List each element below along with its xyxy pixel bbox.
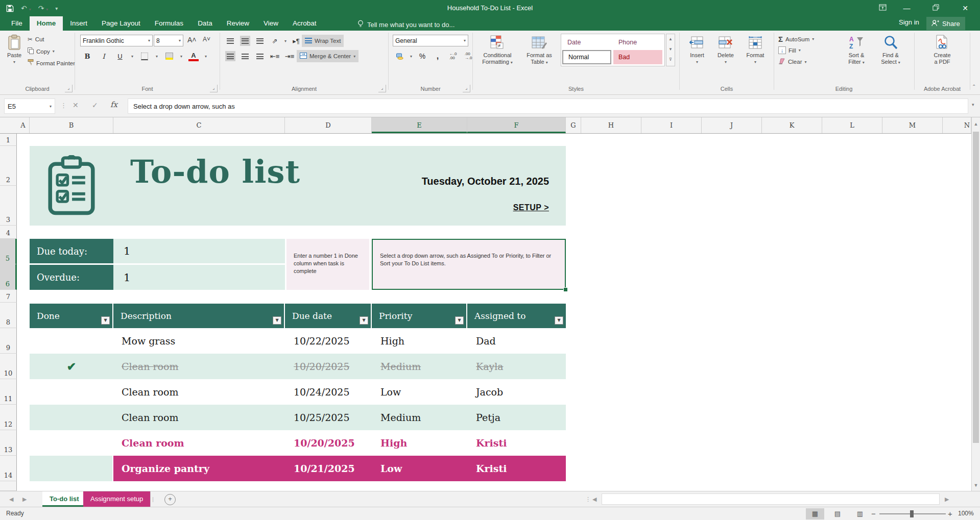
view-page-layout-button[interactable]: ▤ bbox=[828, 508, 847, 519]
italic-button[interactable]: I bbox=[99, 51, 109, 61]
row-header-14[interactable]: 14 bbox=[0, 456, 17, 481]
col-header-j[interactable]: J bbox=[702, 117, 762, 133]
cell-assigned[interactable]: Kristi bbox=[476, 456, 563, 481]
gallery-down-icon[interactable]: ▼ bbox=[666, 44, 675, 55]
restore-button[interactable] bbox=[921, 0, 950, 16]
zoom-in-icon[interactable]: + bbox=[948, 509, 952, 518]
table-header-priority[interactable]: Priority▼ bbox=[372, 304, 466, 328]
cell-priority[interactable]: High bbox=[380, 430, 462, 456]
cell-description[interactable]: Mow grass bbox=[122, 328, 275, 354]
col-header-b[interactable]: B bbox=[30, 117, 113, 133]
fill-color-button[interactable] bbox=[164, 51, 174, 61]
cell-description[interactable]: Organize pantry bbox=[122, 456, 275, 481]
row-header-4[interactable]: 4 bbox=[0, 226, 17, 239]
font-name-select[interactable]: Franklin Gothic▾ bbox=[80, 35, 153, 46]
col-header-k[interactable]: K bbox=[762, 117, 822, 133]
col-header-n[interactable]: N bbox=[943, 117, 971, 133]
cell-priority[interactable]: Medium bbox=[380, 405, 462, 430]
cell-due-date[interactable]: 10/25/2025 bbox=[294, 405, 370, 430]
cell-assigned[interactable]: Petja bbox=[476, 405, 563, 430]
copy-button[interactable]: Copy ▾ bbox=[28, 47, 55, 55]
cell-due-date[interactable]: 10/24/2025 bbox=[294, 379, 370, 405]
priority-filter-icon[interactable]: ▼ bbox=[455, 316, 464, 325]
formula-bar-expand-icon[interactable]: ▾ bbox=[972, 102, 974, 107]
cell-due-date[interactable]: 10/20/2025 bbox=[294, 430, 370, 456]
assigned-to-filter-icon[interactable]: ▼ bbox=[555, 316, 563, 325]
row-header-15-partial[interactable] bbox=[0, 481, 17, 491]
col-header-h[interactable]: H bbox=[581, 117, 641, 133]
align-middle-button[interactable] bbox=[240, 36, 250, 46]
due-date-filter-icon[interactable]: ▼ bbox=[360, 316, 368, 325]
collapse-ribbon-icon[interactable]: ⌃ bbox=[972, 84, 976, 89]
name-box-dropdown-icon[interactable]: ▾ bbox=[50, 104, 52, 109]
tab-review[interactable]: Review bbox=[220, 16, 256, 31]
table-header-assigned-to[interactable]: Assigned to▼ bbox=[467, 304, 566, 328]
cell-due-date[interactable]: 10/22/2025 bbox=[294, 328, 370, 354]
col-header-i[interactable]: I bbox=[641, 117, 702, 133]
clipboard-dialog-launcher-icon[interactable]: ⌟ bbox=[65, 85, 73, 92]
cell-assigned[interactable]: Jacob bbox=[476, 379, 563, 405]
create-pdf-button[interactable]: Create a PDF bbox=[926, 34, 959, 65]
align-right-button[interactable] bbox=[255, 51, 265, 61]
cell-done-check[interactable]: ✔ bbox=[30, 354, 113, 379]
close-button[interactable]: ✕ bbox=[950, 0, 980, 16]
number-format-select[interactable]: General▾ bbox=[393, 35, 468, 46]
row-header-6[interactable]: 6 bbox=[0, 264, 17, 290]
cell-description[interactable]: Clean room bbox=[122, 430, 275, 456]
tell-me-box[interactable]: Tell me what you want to do... bbox=[357, 18, 455, 31]
cut-button[interactable]: ✂Cut bbox=[28, 36, 44, 43]
view-page-break-button[interactable]: ▥ bbox=[851, 508, 869, 519]
orientation-button[interactable]: ⇗ bbox=[270, 36, 280, 46]
fill-button[interactable]: ↓ Fill ▾ bbox=[778, 46, 801, 54]
merge-center-dropdown-icon[interactable]: ▾ bbox=[353, 54, 355, 59]
row-header-7[interactable]: 7 bbox=[0, 290, 17, 303]
done-hint-cell[interactable]: Enter a number 1 in Done column when tas… bbox=[286, 239, 369, 290]
tab-scroll-splitter[interactable]: ⋮ bbox=[585, 491, 591, 507]
col-header-l[interactable]: L bbox=[822, 117, 882, 133]
cell-done[interactable] bbox=[30, 456, 112, 481]
wrap-text-button[interactable]: Wrap Text bbox=[302, 35, 344, 47]
percent-style-button[interactable]: % bbox=[417, 51, 427, 61]
styles-gallery-scroll[interactable]: ▲ ▼ ⊽ bbox=[666, 34, 675, 66]
row-header-13[interactable]: 13 bbox=[0, 430, 17, 456]
comma-style-button[interactable]: , bbox=[433, 51, 443, 61]
format-painter-button[interactable]: Format Painter bbox=[28, 59, 75, 67]
sheet-tab-assignment-setup[interactable]: Assignment setup bbox=[83, 491, 151, 507]
cell-description[interactable]: Clean room bbox=[122, 354, 275, 379]
sign-in-link[interactable]: Sign in bbox=[899, 18, 919, 26]
borders-dropdown-icon[interactable]: ▾ bbox=[156, 54, 158, 59]
sheet-nav-right-icon[interactable]: ▶ bbox=[22, 491, 27, 507]
setup-link[interactable]: SETUP > bbox=[337, 203, 549, 212]
insert-cells-button[interactable]: Insert ▾ bbox=[684, 34, 710, 65]
font-size-select[interactable]: 8▾ bbox=[154, 35, 183, 46]
paste-button[interactable]: Paste ▾ bbox=[3, 34, 26, 65]
table-header-description[interactable]: Description▼ bbox=[113, 304, 284, 328]
decrease-indent-button[interactable]: ⇤≡ bbox=[270, 51, 280, 61]
row-header-3[interactable]: 3 bbox=[0, 186, 17, 226]
insert-dropdown-icon[interactable]: ▾ bbox=[696, 59, 698, 65]
align-center-button[interactable] bbox=[240, 51, 250, 61]
col-header-d[interactable]: D bbox=[285, 117, 372, 133]
style-bad[interactable]: Bad bbox=[613, 50, 662, 64]
underline-dropdown-icon[interactable]: ▾ bbox=[131, 54, 133, 59]
sort-filter-button[interactable]: AZ Sort & Filter ▾ bbox=[842, 34, 871, 66]
name-box[interactable]: E5 ▾ bbox=[4, 98, 55, 114]
hscroll-right-icon[interactable]: ▶ bbox=[945, 491, 949, 507]
clear-dropdown-icon[interactable]: ▾ bbox=[804, 60, 806, 64]
merge-center-button[interactable]: Merge & Center ▾ bbox=[297, 50, 358, 62]
horizontal-scrollbar[interactable] bbox=[602, 493, 940, 505]
borders-button[interactable] bbox=[139, 51, 150, 61]
number-dialog-launcher-icon[interactable]: ⌟ bbox=[463, 85, 470, 92]
minimize-button[interactable]: — bbox=[892, 0, 921, 16]
cell-description[interactable]: Clean room bbox=[122, 405, 275, 430]
tab-data[interactable]: Data bbox=[190, 16, 220, 31]
align-bottom-button[interactable] bbox=[255, 36, 265, 46]
tab-view[interactable]: View bbox=[256, 16, 285, 31]
share-button[interactable]: Share bbox=[926, 17, 965, 30]
underline-button[interactable]: U bbox=[115, 51, 125, 61]
increase-decimal-button[interactable]: ←.0.00 bbox=[448, 51, 458, 61]
zoom-out-icon[interactable]: − bbox=[871, 509, 876, 518]
vertical-scrollbar[interactable]: ▲ ▼ bbox=[971, 117, 980, 491]
overdue-label-cell[interactable]: Overdue: bbox=[30, 265, 113, 290]
shrink-font-button[interactable]: A˅ bbox=[203, 36, 210, 43]
